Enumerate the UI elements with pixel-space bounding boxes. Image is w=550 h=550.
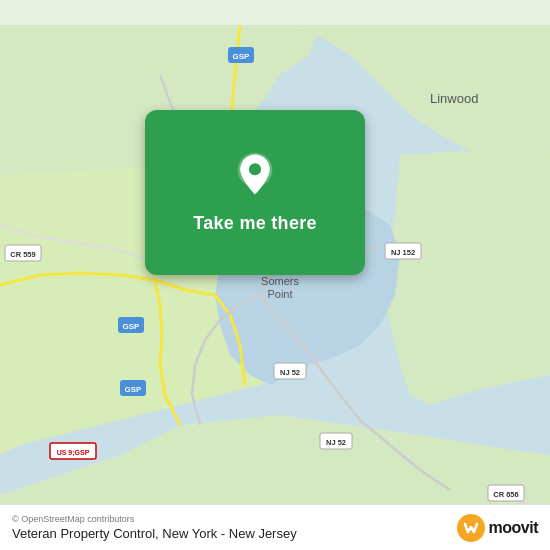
svg-point-24 xyxy=(249,163,261,175)
map-background: GSP GSP GSP CR 559 NJ 152 NJ 52 NJ 52 US… xyxy=(0,0,550,550)
moovit-logo[interactable]: moovit xyxy=(457,514,538,542)
moovit-text: moovit xyxy=(489,519,538,537)
map-container: GSP GSP GSP CR 559 NJ 152 NJ 52 NJ 52 US… xyxy=(0,0,550,550)
svg-text:Somers: Somers xyxy=(261,275,299,287)
svg-text:Point: Point xyxy=(267,288,292,300)
location-title: Veteran Property Control, New York - New… xyxy=(12,526,297,541)
svg-text:Linwood: Linwood xyxy=(430,91,478,106)
svg-text:NJ 52: NJ 52 xyxy=(280,368,300,377)
svg-text:GSP: GSP xyxy=(123,322,141,331)
svg-text:CR 559: CR 559 xyxy=(10,250,35,259)
action-card[interactable]: Take me there xyxy=(145,110,365,275)
bottom-left: © OpenStreetMap contributors Veteran Pro… xyxy=(12,514,297,541)
svg-text:NJ 52: NJ 52 xyxy=(326,438,346,447)
take-me-there-button[interactable]: Take me there xyxy=(193,213,317,234)
bottom-bar: © OpenStreetMap contributors Veteran Pro… xyxy=(0,504,550,550)
svg-text:GSP: GSP xyxy=(125,385,143,394)
attribution-text: © OpenStreetMap contributors xyxy=(12,514,297,524)
svg-text:NJ 152: NJ 152 xyxy=(391,248,415,257)
svg-text:US 9;GSP: US 9;GSP xyxy=(57,449,90,457)
svg-text:GSP: GSP xyxy=(233,52,251,61)
location-pin-icon xyxy=(229,151,281,203)
moovit-brand-icon xyxy=(457,514,485,542)
svg-text:CR 656: CR 656 xyxy=(493,490,518,499)
